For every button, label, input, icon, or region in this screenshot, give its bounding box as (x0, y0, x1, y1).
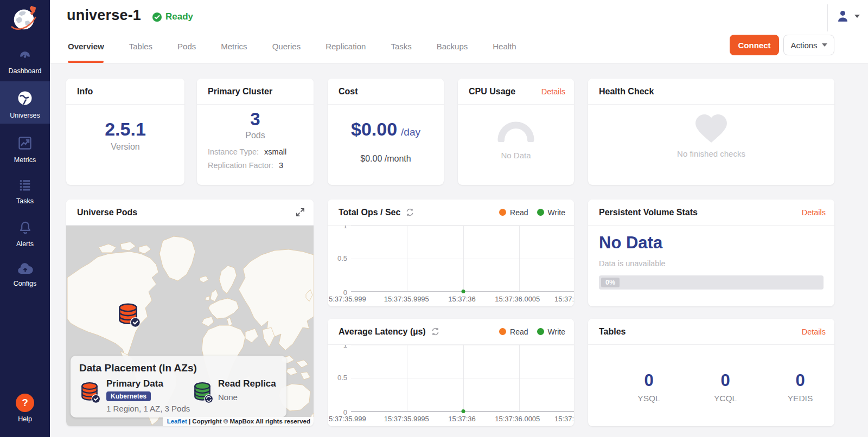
volume-progress-bar: 0% (599, 275, 824, 290)
write-legend-label: Write (548, 327, 565, 336)
data-placement-title: Data Placement (In AZs) (79, 362, 197, 374)
card-tables: Tables Details 0 YSQL 0 YCQL 0 YEDIS (588, 319, 834, 426)
tab-health[interactable]: Health (493, 42, 516, 51)
ycql-count: 0 (701, 371, 750, 390)
card-title: Universe Pods (77, 208, 137, 217)
pods-count: 3 (250, 109, 260, 130)
tables-yedis-stat: 0 YEDIS (776, 371, 825, 403)
active-tab-indicator (68, 61, 104, 63)
user-icon (835, 9, 850, 23)
x-tick: 15:37:36.0005 (495, 295, 540, 303)
card-cpu-usage: CPU Usage Details No Data (458, 79, 574, 185)
heart-icon (694, 113, 728, 146)
x-tick: 15:37:35.9995 (384, 295, 429, 303)
card-title: CPU Usage (469, 87, 515, 97)
sidebar-item-help[interactable]: ? Help (0, 389, 50, 424)
check-circle-icon (152, 12, 162, 22)
card-title: Tables (599, 327, 626, 337)
card-health-check: Health Check No finished checks (588, 79, 834, 185)
read-replica-db-icon (191, 381, 214, 403)
tab-overview[interactable]: Overview (68, 42, 104, 51)
tab-tables[interactable]: Tables (129, 42, 152, 51)
tab-tasks[interactable]: Tasks (391, 42, 411, 51)
sidebar-item-label: Alerts (16, 240, 34, 248)
x-axis-labels: 5:37:35.999 15:37:35.9995 15:37:36 15:37… (328, 415, 574, 423)
yedis-label: YEDIS (776, 394, 825, 403)
tab-pods[interactable]: Pods (177, 42, 196, 51)
sidebar-item-configs[interactable]: Configs (0, 258, 50, 291)
instance-type-key: Instance Type: (208, 147, 259, 156)
card-cost: Cost $0.00 /day $0.00 /month (328, 79, 444, 185)
read-legend-dot (499, 209, 506, 216)
sidebar-item-alerts[interactable]: Alerts (0, 216, 50, 248)
sidebar-item-dashboard[interactable]: Dashboard (0, 44, 50, 77)
sidebar-item-label: Dashboard (8, 67, 41, 75)
cloud-upload-icon (17, 262, 34, 277)
write-legend-dot (537, 209, 544, 216)
chevron-down-icon (854, 15, 860, 18)
connect-button[interactable]: Connect (730, 35, 779, 55)
primary-data-map-marker[interactable] (115, 301, 141, 330)
metrics-chart-icon (17, 136, 33, 153)
x-tick: 15:37: (554, 415, 574, 423)
card-primary-cluster: Primary Cluster 3 Pods Instance Type: xs… (197, 79, 314, 185)
chart-title: Average Latency (µs) (339, 327, 426, 337)
tables-details-link[interactable]: Details (802, 327, 826, 336)
tab-replication[interactable]: Replication (326, 42, 366, 51)
cpu-details-link[interactable]: Details (541, 87, 565, 96)
tables-ysql-stat: 0 YSQL (624, 371, 673, 403)
pods-label: Pods (245, 131, 265, 140)
card-title: Persistent Volume Stats (599, 208, 698, 217)
yugabyte-logo-icon[interactable] (9, 3, 41, 34)
gauge-icon (17, 49, 33, 64)
gauge-arc-icon (497, 118, 535, 144)
yedis-count: 0 (776, 371, 825, 390)
actions-button-label: Actions (790, 41, 817, 50)
cost-per-day-unit: /day (401, 126, 420, 138)
card-info: Info 2.5.1 Version (66, 79, 184, 185)
actions-button[interactable]: Actions (783, 35, 834, 55)
chevron-down-icon (822, 43, 827, 47)
refresh-icon[interactable] (431, 327, 439, 336)
refresh-icon[interactable] (406, 208, 414, 216)
sidebar-item-metrics[interactable]: Metrics (0, 131, 50, 164)
card-average-latency: Average Latency (µs) Read Write 1 0.5 0 (328, 319, 574, 426)
x-tick: 15:37:36 (448, 295, 476, 303)
x-tick: 5:37:35.999 (329, 295, 366, 303)
card-title: Primary Cluster (208, 87, 272, 97)
x-tick: 5:37:35.999 (329, 415, 366, 423)
x-tick: 15:37:35.9995 (384, 415, 429, 423)
chart-title: Total Ops / Sec (339, 208, 400, 217)
sidebar: Dashboard Universes Metrics (0, 0, 50, 437)
bell-icon (18, 220, 33, 237)
tab-queries[interactable]: Queries (272, 42, 301, 51)
world-map[interactable]: Data Placement (In AZs) Primary Data Kub… (66, 226, 314, 426)
expand-icon[interactable] (296, 208, 305, 217)
tab-backups[interactable]: Backups (437, 42, 468, 51)
read-legend-dot (499, 328, 506, 335)
tab-metrics[interactable]: Metrics (221, 42, 247, 51)
leaflet-link[interactable]: Leaflet (167, 418, 187, 425)
divider (827, 4, 828, 31)
help-icon: ? (16, 394, 34, 412)
cost-per-day-value: $0.00 (351, 119, 397, 140)
x-tick: 15:37: (554, 295, 574, 303)
chart-legend: Read Write (499, 327, 565, 336)
card-persistent-volume-stats: Persistent Volume Stats Details No Data … (588, 200, 834, 306)
write-legend-dot (537, 328, 544, 335)
kubernetes-badge: Kubernetes (106, 391, 151, 401)
sidebar-item-label: Tasks (16, 197, 34, 205)
status-text: Ready (165, 11, 193, 22)
volume-details-link[interactable]: Details (802, 208, 826, 217)
ycql-label: YCQL (701, 394, 750, 403)
sidebar-item-universes[interactable]: Universes (0, 81, 50, 124)
x-tick: 15:37:36 (448, 415, 476, 423)
x-tick: 15:37:36.0005 (495, 415, 540, 423)
user-menu[interactable] (835, 9, 860, 23)
y-tick: 0.5 (328, 374, 347, 382)
primary-data-desc: 1 Region, 1 AZ, 3 Pods (106, 404, 190, 413)
ysql-count: 0 (624, 371, 673, 390)
health-empty-text: No finished checks (677, 149, 745, 158)
sidebar-item-label: Metrics (14, 156, 36, 164)
sidebar-item-tasks[interactable]: Tasks (0, 173, 50, 206)
